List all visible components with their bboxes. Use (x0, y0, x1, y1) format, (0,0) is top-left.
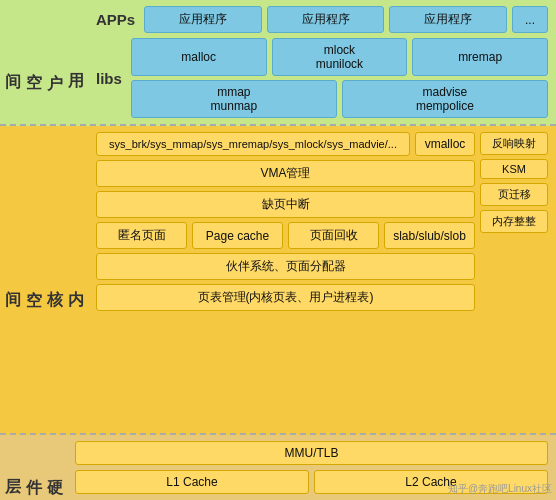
mem-compact-box: 内存整整 (480, 210, 548, 233)
app-box-4: ... (512, 6, 548, 33)
pagefault-box: 缺页中断 (96, 191, 475, 218)
anon-pages-box: 匿名页面 (96, 222, 187, 249)
kernel-row1: sys_brk/sys_mmap/sys_mremap/sys_mlock/sy… (96, 132, 548, 311)
kernel-space-content: sys_brk/sys_mmap/sys_mremap/sys_mlock/sy… (88, 126, 556, 433)
kernel-row4: 匿名页面 Page cache 页面回收 slab/slub/slob (96, 222, 475, 249)
libs-row2: mmap munmap madvise mempolice (131, 80, 548, 118)
watermark: 知乎@奔跑吧Linux社区 (448, 482, 552, 496)
kernel-right-sidebar: 反响映射 KSM 页迁移 内存整整 (480, 132, 548, 233)
user-space-layer: 用户空间 APPs 应用程序 应用程序 应用程序 ... libs malloc… (0, 0, 556, 126)
app-box-2: 应用程序 (267, 6, 385, 33)
libs-label: libs (96, 38, 122, 118)
mmap-box: mmap munmap (131, 80, 337, 118)
libs-row: libs malloc mlock munilock mremap mmap m… (96, 38, 548, 118)
madvise-box: madvise mempolice (342, 80, 548, 118)
malloc-box: malloc (131, 38, 267, 76)
libs-row1: malloc mlock munilock mremap (131, 38, 548, 76)
user-space-label: 用户空间 (0, 0, 88, 124)
buddy-box: 伙伴系统、页面分配器 (96, 253, 475, 280)
l1-cache-box: L1 Cache (75, 470, 309, 494)
ksm-box: KSM (480, 159, 548, 179)
app-box-3: 应用程序 (389, 6, 507, 33)
mremap-box: mremap (412, 38, 548, 76)
kernel-row1-main: sys_brk/sys_mmap/sys_mremap/sys_mlock/sy… (96, 132, 475, 156)
kernel-space-layer: 内核空间 sys_brk/sys_mmap/sys_mremap/sys_mlo… (0, 126, 556, 435)
user-space-content: APPs 应用程序 应用程序 应用程序 ... libs malloc mloc… (88, 0, 556, 124)
pagetable-box: 页表管理(内核页表、用户进程表) (96, 284, 475, 311)
kernel-space-label: 内核空间 (0, 126, 88, 433)
slab-box: slab/slub/slob (384, 222, 475, 249)
reverse-map-box: 反响映射 (480, 132, 548, 155)
vmalloc-box: vmalloc (415, 132, 475, 156)
app-box-1: 应用程序 (144, 6, 262, 33)
hardware-label: 硬件层 (0, 435, 67, 500)
syscall-box: sys_brk/sys_mmap/sys_mremap/sys_mlock/sy… (96, 132, 410, 156)
mmu-tlb-box: MMU/TLB (75, 441, 548, 465)
page-reclaim-box: 页面回收 (288, 222, 379, 249)
vma-box: VMA管理 (96, 160, 475, 187)
page-cache-box: Page cache (192, 222, 283, 249)
mlock-box: mlock munilock (272, 38, 408, 76)
page-migrate-box: 页迁移 (480, 183, 548, 206)
apps-label: APPs (96, 6, 135, 33)
apps-row: APPs 应用程序 应用程序 应用程序 ... (96, 6, 548, 33)
